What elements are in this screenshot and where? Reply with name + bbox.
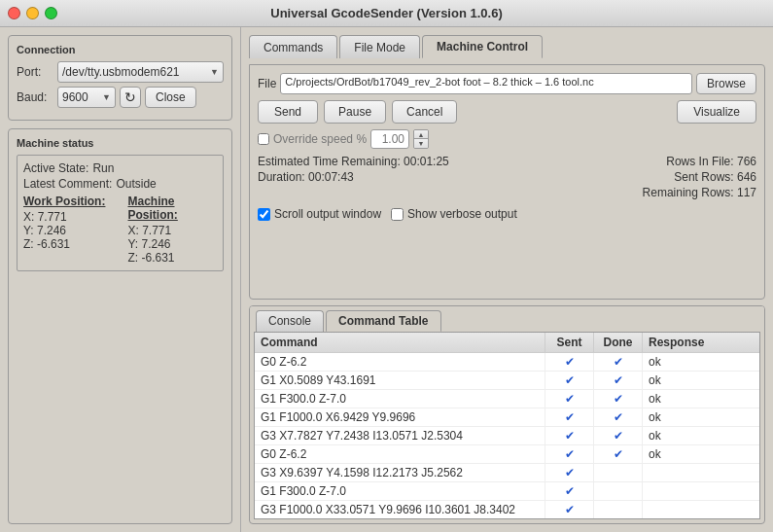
tab-command-table[interactable]: Command Table — [326, 310, 440, 332]
show-verbose-option[interactable]: Show verbose output — [391, 207, 517, 221]
actions-row: Send Pause Cancel Visualize — [258, 100, 756, 124]
titlebar: Universal GcodeSender (Version 1.0.6) — [0, 0, 773, 27]
cancel-button[interactable]: Cancel — [392, 100, 457, 124]
machine-z: Z: -6.631 — [128, 251, 218, 265]
table-row[interactable]: G3 X9.6397 Y4.1598 I12.2173 J5.2562✔ — [255, 464, 759, 482]
tab-file-mode[interactable]: File Mode — [339, 35, 420, 58]
machine-position-col: Machine Position: X: 7.771 Y: 7.246 Z: -… — [128, 195, 218, 265]
rows-in-file-row: Rows In File: 766 — [643, 155, 756, 168]
port-label: Port: — [17, 65, 53, 79]
show-verbose-checkbox[interactable] — [391, 208, 404, 221]
td-done: ✔ — [594, 445, 643, 463]
send-button[interactable]: Send — [258, 100, 318, 124]
td-sent: ✔ — [545, 408, 594, 426]
checkmark-icon: ✔ — [565, 466, 575, 479]
td-done — [594, 464, 643, 481]
left-stats: Estimated Time Remaining: 00:01:25 Durat… — [258, 155, 643, 201]
override-checkbox[interactable] — [258, 133, 269, 145]
checkmark-icon: ✔ — [565, 410, 575, 424]
remaining-rows-label: Remaining Rows: — [643, 186, 734, 199]
left-panel: Connection Port: /dev/tty.usbmodem621 ▼ … — [0, 27, 241, 532]
machine-status-section: Machine status Active State: Run Latest … — [8, 128, 232, 524]
td-sent: ✔ — [545, 372, 594, 389]
duration-label: Duration: — [258, 170, 305, 184]
table-row[interactable]: G0 Z-6.2✔✔ok — [255, 445, 759, 464]
tab-content: File C/projects/OrdBot/b17049_rev_2-bot … — [249, 64, 765, 300]
baud-combo[interactable]: 9600 ▼ — [57, 87, 116, 108]
td-sent: ✔ — [545, 445, 594, 463]
latest-comment-label: Latest Comment: — [23, 177, 112, 191]
latest-comment-row: Latest Comment: Outside — [23, 177, 217, 191]
close-connection-button[interactable]: Close — [145, 87, 196, 108]
machine-x: X: 7.771 — [128, 224, 218, 237]
connection-title: Connection — [17, 44, 224, 55]
td-response: ok — [643, 445, 759, 463]
options-row: Scroll output window Show verbose output — [258, 207, 756, 221]
td-done: ✔ — [594, 390, 643, 408]
spin-down-icon[interactable]: ▼ — [414, 139, 428, 148]
scroll-output-checkbox[interactable] — [258, 208, 270, 221]
td-command: G1 F300.0 Z-7.0 — [255, 390, 545, 408]
maximize-button[interactable] — [45, 7, 57, 19]
td-done — [594, 482, 643, 500]
stats-section: Estimated Time Remaining: 00:01:25 Durat… — [258, 155, 756, 201]
override-label[interactable]: Override speed % — [258, 132, 367, 146]
close-button[interactable] — [8, 7, 20, 19]
browse-button[interactable]: Browse — [696, 73, 756, 94]
td-sent: ✔ — [545, 464, 594, 481]
td-response: ok — [643, 408, 759, 426]
tab-machine-control[interactable]: Machine Control — [422, 35, 543, 58]
work-position-col: Work Position: X: 7.771 Y: 7.246 Z: -6.6… — [23, 195, 113, 265]
table-row[interactable]: G1 F1000.0 X6.9429 Y9.9696✔✔ok — [255, 408, 759, 427]
override-row: Override speed % ▲ ▼ — [258, 129, 756, 149]
tab-commands[interactable]: Commands — [249, 35, 337, 58]
baud-row: Baud: 9600 ▼ ↻ Close — [17, 87, 224, 108]
chevron-down-icon: ▼ — [102, 92, 111, 102]
td-command: G1 F1000.0 X6.9429 Y9.9696 — [255, 408, 545, 426]
minimize-button[interactable] — [26, 7, 39, 19]
td-command: G3 X9.6397 Y4.1598 I12.2173 J5.2562 — [255, 464, 545, 481]
port-combo[interactable]: /dev/tty.usbmodem621 ▼ — [57, 61, 224, 83]
td-response — [643, 501, 759, 518]
duration-value: 00:07:43 — [308, 170, 354, 184]
machine-position-header: Machine Position: — [128, 195, 218, 222]
machine-status-inner: Active State: Run Latest Comment: Outsid… — [17, 155, 224, 271]
port-value: /dev/tty.usbmodem621 — [62, 65, 180, 79]
table-row[interactable]: G0 Z-6.2✔✔ok — [255, 353, 759, 372]
tab-console[interactable]: Console — [256, 310, 324, 332]
estimated-time-label: Estimated Time Remaining: — [258, 155, 401, 168]
td-response: ok — [643, 390, 759, 408]
sent-rows-label: Sent Rows: — [674, 170, 733, 184]
table-row[interactable]: G1 F300.0 Z-7.0✔✔ok — [255, 390, 759, 408]
duration-row: Duration: 00:07:43 — [258, 170, 643, 184]
table-row[interactable]: G1 X0.5089 Y43.1691✔✔ok — [255, 372, 759, 390]
table-row[interactable]: G3 F1000.0 X33.0571 Y9.9696 I10.3601 J8.… — [255, 501, 759, 519]
checkmark-icon: ✔ — [565, 503, 575, 516]
td-done: ✔ — [594, 427, 643, 444]
pause-button[interactable]: Pause — [324, 100, 386, 124]
latest-comment-value: Outside — [116, 177, 156, 191]
estimated-time-row: Estimated Time Remaining: 00:01:25 — [258, 155, 643, 168]
refresh-button[interactable]: ↻ — [120, 87, 141, 108]
file-row: File C/projects/OrdBot/b17049_rev_2-bot … — [258, 73, 756, 94]
spin-up-icon[interactable]: ▲ — [414, 130, 428, 139]
window-controls[interactable] — [8, 7, 57, 19]
remaining-rows-value: 117 — [737, 186, 756, 199]
spin-arrows[interactable]: ▲ ▼ — [413, 129, 429, 149]
table-row[interactable]: G1 F300.0 Z-7.0✔ — [255, 482, 759, 501]
scroll-output-option[interactable]: Scroll output window — [258, 207, 381, 221]
td-sent: ✔ — [545, 427, 594, 444]
checkmark-icon: ✔ — [614, 355, 623, 369]
active-state-row: Active State: Run — [23, 161, 217, 175]
override-value[interactable] — [370, 129, 409, 149]
td-sent: ✔ — [545, 353, 594, 371]
window-title: Universal GcodeSender (Version 1.0.6) — [270, 6, 502, 20]
visualize-button[interactable]: Visualize — [677, 100, 756, 124]
td-command: G1 F300.0 Z-7.0 — [255, 482, 545, 500]
positions-row: Work Position: X: 7.771 Y: 7.246 Z: -6.6… — [23, 195, 217, 265]
checkmark-icon: ✔ — [614, 447, 623, 461]
table-body: G0 Z-6.2✔✔okG1 X0.5089 Y43.1691✔✔okG1 F3… — [255, 353, 759, 519]
table-row[interactable]: G3 X7.7827 Y7.2438 I13.0571 J2.5304✔✔ok — [255, 427, 759, 445]
right-stats: Rows In File: 766 Sent Rows: 646 Remaini… — [643, 155, 756, 201]
checkmark-icon: ✔ — [614, 429, 623, 443]
